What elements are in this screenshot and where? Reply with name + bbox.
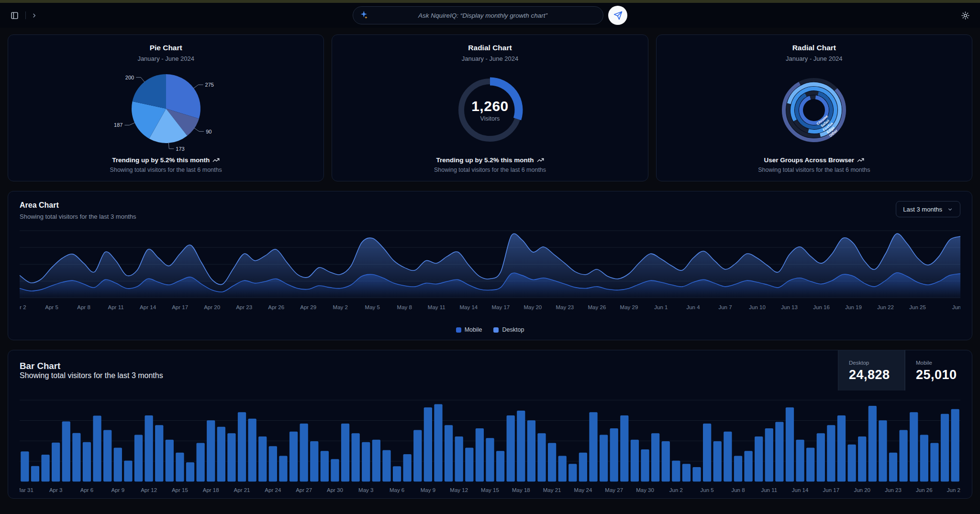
- svg-text:May 17: May 17: [491, 304, 510, 310]
- stat-cards-row: Pie Chart January - June 2024 2759017318…: [0, 28, 980, 181]
- desktop-total: 24,828: [849, 368, 890, 382]
- chart-legend: Mobile Desktop: [8, 324, 972, 340]
- card-title: Pie Chart: [150, 44, 182, 52]
- svg-text:Apr 24: Apr 24: [265, 488, 281, 493]
- svg-text:Apr 21: Apr 21: [234, 488, 250, 493]
- svg-text:Jun 23: Jun 23: [885, 488, 902, 493]
- svg-text:May 24: May 24: [574, 488, 592, 493]
- svg-text:Jun 14: Jun 14: [792, 488, 809, 493]
- svg-text:Apr 30: Apr 30: [327, 488, 343, 493]
- svg-text:Jun 17: Jun 17: [823, 488, 840, 493]
- svg-text:Jun 7: Jun 7: [718, 304, 732, 310]
- panel-title: Bar Chart: [20, 361, 163, 371]
- svg-text:Jun 29: Jun 29: [947, 488, 960, 493]
- sparkles-icon: [360, 10, 369, 21]
- pie-chart-card: Pie Chart January - June 2024 2759017318…: [8, 34, 324, 181]
- svg-text:Apr 12: Apr 12: [141, 488, 157, 493]
- panel-left-icon: [11, 11, 19, 20]
- svg-text:Apr 6: Apr 6: [80, 488, 94, 493]
- svg-text:May 21: May 21: [543, 488, 561, 493]
- svg-text:May 14: May 14: [459, 304, 478, 310]
- theme-toggle-button[interactable]: [959, 10, 971, 22]
- pie-chart[interactable]: 27590173187200: [101, 63, 231, 156]
- svg-text:Jun 16: Jun 16: [813, 304, 830, 310]
- toggle-desktop[interactable]: Desktop 24,828: [838, 350, 905, 391]
- legend-swatch-desktop: [493, 327, 499, 333]
- svg-text:Jun 26: Jun 26: [916, 488, 933, 493]
- panel-subtitle: Showing total visitors for the last 3 mo…: [20, 371, 163, 380]
- mobile-total: 25,010: [916, 368, 957, 382]
- send-button[interactable]: [608, 6, 627, 25]
- time-range-select[interactable]: Last 3 months: [896, 201, 960, 217]
- area-chart[interactable]: Apr 2Apr 5Apr 8Apr 11Apr 14Apr 17Apr 20A…: [8, 224, 972, 324]
- svg-text:Jun 5: Jun 5: [701, 488, 714, 493]
- svg-text:May 29: May 29: [620, 304, 638, 310]
- svg-text:Mar 31: Mar 31: [20, 488, 33, 493]
- trending-up-icon: [537, 156, 544, 164]
- card-footer-note: Showing total visitors for the last 6 mo…: [434, 167, 546, 173]
- svg-text:May 11: May 11: [428, 304, 445, 310]
- svg-text:Apr 3: Apr 3: [49, 488, 63, 493]
- svg-text:May 9: May 9: [421, 488, 435, 493]
- radial-browsers-chart[interactable]: ChromeSafariFirefoxEdgeOther: [771, 63, 857, 156]
- panel-title: Area Chart: [20, 201, 136, 210]
- svg-text:Jun 29: Jun 29: [952, 304, 960, 310]
- svg-text:275: 275: [205, 82, 213, 88]
- svg-text:Apr 14: Apr 14: [140, 304, 156, 310]
- svg-text:Apr 11: Apr 11: [108, 304, 124, 310]
- svg-text:May 27: May 27: [605, 488, 623, 493]
- bar-chart[interactable]: Mar 31Apr 3Apr 6Apr 9Apr 12Apr 15Apr 18A…: [8, 391, 972, 498]
- sidebar-toggle-button[interactable]: [9, 10, 21, 22]
- sun-icon: [961, 11, 969, 20]
- card-footer-note: Showing total visitors for the last 6 mo…: [110, 167, 222, 173]
- svg-text:Apr 27: Apr 27: [296, 488, 312, 493]
- svg-text:Jun 1: Jun 1: [654, 304, 668, 310]
- legend-item-mobile: Mobile: [456, 326, 482, 333]
- search-input[interactable]: [369, 12, 596, 19]
- svg-text:May 23: May 23: [556, 304, 574, 310]
- series-toggle-group: Desktop 24,828 Mobile 25,010: [838, 350, 972, 391]
- radial-browsers-card: Radial Chart January - June 2024 ChromeS…: [656, 34, 972, 181]
- chevron-down-icon: [947, 206, 953, 212]
- svg-text:Jun 8: Jun 8: [731, 488, 745, 493]
- svg-text:Apr 17: Apr 17: [172, 304, 188, 310]
- card-footer-note: Showing total visitors for the last 6 mo…: [758, 167, 870, 173]
- svg-text:173: 173: [176, 145, 184, 151]
- toggle-mobile[interactable]: Mobile 25,010: [905, 350, 972, 391]
- svg-text:Jun 2: Jun 2: [669, 488, 683, 493]
- area-chart-panel: Area Chart Showing total visitors for th…: [8, 191, 972, 340]
- svg-text:Apr 29: Apr 29: [300, 304, 316, 310]
- card-title: Radial Chart: [792, 44, 836, 52]
- svg-text:May 2: May 2: [333, 304, 348, 310]
- header-divider: [25, 11, 26, 19]
- svg-text:May 26: May 26: [588, 304, 606, 310]
- svg-text:Apr 20: Apr 20: [204, 304, 220, 310]
- breadcrumb-chevron-icon: [31, 12, 38, 19]
- svg-text:Jun 4: Jun 4: [686, 304, 700, 310]
- svg-text:May 6: May 6: [390, 488, 404, 493]
- card-title: Radial Chart: [468, 44, 512, 52]
- ai-search-box[interactable]: [353, 6, 603, 24]
- svg-text:Apr 26: Apr 26: [268, 304, 284, 310]
- svg-text:May 5: May 5: [365, 304, 380, 310]
- trending-up-icon: [857, 156, 864, 164]
- svg-text:May 30: May 30: [636, 488, 654, 493]
- svg-text:Apr 15: Apr 15: [172, 488, 188, 493]
- radial-chart[interactable]: 1,260 Visitors: [447, 63, 533, 156]
- panel-subtitle: Showing total visitors for the last 3 mo…: [20, 213, 136, 220]
- svg-text:Jun 10: Jun 10: [749, 304, 766, 310]
- top-bar: [0, 3, 980, 28]
- svg-text:Apr 9: Apr 9: [111, 488, 125, 493]
- svg-text:May 12: May 12: [450, 488, 468, 493]
- svg-text:Jun 13: Jun 13: [781, 304, 798, 310]
- svg-text:May 8: May 8: [397, 304, 412, 310]
- svg-text:May 3: May 3: [358, 488, 373, 493]
- card-footer-trend: Trending up by 5.2% this month: [436, 156, 544, 164]
- svg-text:Jun 22: Jun 22: [877, 304, 894, 310]
- card-subtitle: January - June 2024: [462, 55, 519, 62]
- svg-text:Apr 5: Apr 5: [45, 304, 58, 310]
- card-footer-trend: User Groups Across Browser: [764, 156, 865, 164]
- svg-text:Apr 2: Apr 2: [20, 304, 26, 310]
- card-subtitle: January - June 2024: [786, 55, 843, 62]
- svg-text:200: 200: [125, 74, 134, 80]
